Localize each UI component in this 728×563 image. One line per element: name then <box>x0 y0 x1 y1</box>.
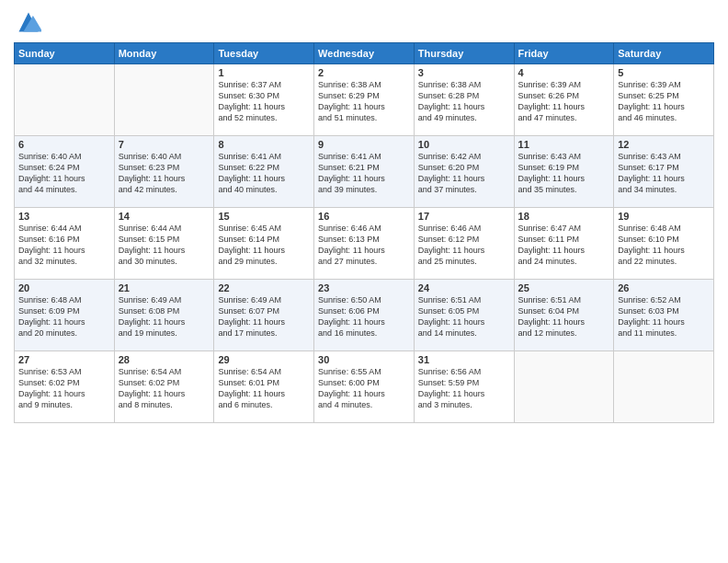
day-info: Sunrise: 6:49 AM Sunset: 6:07 PM Dayligh… <box>218 294 310 339</box>
day-info: Sunrise: 6:51 AM Sunset: 6:04 PM Dayligh… <box>518 294 610 339</box>
day-number: 17 <box>418 211 510 222</box>
day-header-monday: Monday <box>114 43 214 64</box>
day-number: 5 <box>618 67 710 78</box>
day-info: Sunrise: 6:38 AM Sunset: 6:28 PM Dayligh… <box>418 79 510 124</box>
calendar-cell: 31Sunrise: 6:56 AM Sunset: 5:59 PM Dayli… <box>414 351 514 423</box>
day-info: Sunrise: 6:53 AM Sunset: 6:02 PM Dayligh… <box>18 366 110 411</box>
day-number: 27 <box>18 354 110 365</box>
calendar-cell: 30Sunrise: 6:55 AM Sunset: 6:00 PM Dayli… <box>314 351 415 423</box>
day-number: 30 <box>318 354 410 365</box>
calendar-cell <box>614 351 714 423</box>
day-number: 10 <box>418 139 510 150</box>
day-info: Sunrise: 6:41 AM Sunset: 6:21 PM Dayligh… <box>318 151 410 196</box>
header <box>14 9 714 35</box>
day-info: Sunrise: 6:38 AM Sunset: 6:29 PM Dayligh… <box>318 79 410 124</box>
day-info: Sunrise: 6:47 AM Sunset: 6:11 PM Dayligh… <box>518 223 610 268</box>
day-number: 21 <box>119 282 210 293</box>
calendar-cell: 13Sunrise: 6:44 AM Sunset: 6:16 PM Dayli… <box>15 208 115 280</box>
day-info: Sunrise: 6:40 AM Sunset: 6:24 PM Dayligh… <box>18 151 110 196</box>
calendar-cell: 15Sunrise: 6:45 AM Sunset: 6:14 PM Dayli… <box>214 208 314 280</box>
day-info: Sunrise: 6:50 AM Sunset: 6:06 PM Dayligh… <box>318 294 410 339</box>
day-info: Sunrise: 6:41 AM Sunset: 6:22 PM Dayligh… <box>218 151 310 196</box>
day-info: Sunrise: 6:39 AM Sunset: 6:26 PM Dayligh… <box>518 79 610 124</box>
calendar-cell: 14Sunrise: 6:44 AM Sunset: 6:15 PM Dayli… <box>114 208 214 280</box>
calendar-header-row: SundayMondayTuesdayWednesdayThursdayFrid… <box>15 43 714 64</box>
day-info: Sunrise: 6:43 AM Sunset: 6:17 PM Dayligh… <box>618 151 710 196</box>
calendar-cell: 26Sunrise: 6:52 AM Sunset: 6:03 PM Dayli… <box>614 280 714 351</box>
day-number: 26 <box>618 282 710 293</box>
calendar-week-3: 13Sunrise: 6:44 AM Sunset: 6:16 PM Dayli… <box>15 208 714 280</box>
calendar-cell: 27Sunrise: 6:53 AM Sunset: 6:02 PM Dayli… <box>15 351 115 423</box>
day-info: Sunrise: 6:56 AM Sunset: 5:59 PM Dayligh… <box>418 366 510 411</box>
calendar-cell: 6Sunrise: 6:40 AM Sunset: 6:24 PM Daylig… <box>15 136 115 208</box>
day-info: Sunrise: 6:40 AM Sunset: 6:23 PM Dayligh… <box>119 151 210 196</box>
day-number: 25 <box>518 282 610 293</box>
day-number: 3 <box>418 67 510 78</box>
calendar-cell: 22Sunrise: 6:49 AM Sunset: 6:07 PM Dayli… <box>214 280 314 351</box>
day-info: Sunrise: 6:54 AM Sunset: 6:01 PM Dayligh… <box>218 366 310 411</box>
day-number: 9 <box>318 139 410 150</box>
calendar-cell: 7Sunrise: 6:40 AM Sunset: 6:23 PM Daylig… <box>114 136 214 208</box>
calendar-cell: 20Sunrise: 6:48 AM Sunset: 6:09 PM Dayli… <box>15 280 115 351</box>
day-number: 24 <box>418 282 510 293</box>
day-info: Sunrise: 6:49 AM Sunset: 6:08 PM Dayligh… <box>119 294 210 339</box>
calendar-cell: 24Sunrise: 6:51 AM Sunset: 6:05 PM Dayli… <box>414 280 514 351</box>
calendar-week-4: 20Sunrise: 6:48 AM Sunset: 6:09 PM Dayli… <box>15 280 714 351</box>
calendar-cell: 29Sunrise: 6:54 AM Sunset: 6:01 PM Dayli… <box>214 351 314 423</box>
day-header-thursday: Thursday <box>414 43 514 64</box>
day-number: 19 <box>618 211 710 222</box>
calendar-cell: 17Sunrise: 6:46 AM Sunset: 6:12 PM Dayli… <box>414 208 514 280</box>
calendar-cell: 18Sunrise: 6:47 AM Sunset: 6:11 PM Dayli… <box>514 208 614 280</box>
calendar-table: SundayMondayTuesdayWednesdayThursdayFrid… <box>14 42 714 423</box>
day-number: 14 <box>119 211 210 222</box>
calendar-week-1: 1Sunrise: 6:37 AM Sunset: 6:30 PM Daylig… <box>15 64 714 136</box>
logo <box>14 9 41 35</box>
calendar-cell: 11Sunrise: 6:43 AM Sunset: 6:19 PM Dayli… <box>514 136 614 208</box>
calendar-cell: 1Sunrise: 6:37 AM Sunset: 6:30 PM Daylig… <box>214 64 314 136</box>
calendar-cell: 4Sunrise: 6:39 AM Sunset: 6:26 PM Daylig… <box>514 64 614 136</box>
day-info: Sunrise: 6:46 AM Sunset: 6:13 PM Dayligh… <box>318 223 410 268</box>
day-info: Sunrise: 6:43 AM Sunset: 6:19 PM Dayligh… <box>518 151 610 196</box>
day-header-friday: Friday <box>514 43 614 64</box>
day-number: 31 <box>418 354 510 365</box>
day-number: 22 <box>218 282 310 293</box>
day-number: 8 <box>218 139 310 150</box>
day-info: Sunrise: 6:51 AM Sunset: 6:05 PM Dayligh… <box>418 294 510 339</box>
day-number: 7 <box>119 139 210 150</box>
day-info: Sunrise: 6:44 AM Sunset: 6:15 PM Dayligh… <box>119 223 210 268</box>
calendar-cell <box>514 351 614 423</box>
day-info: Sunrise: 6:48 AM Sunset: 6:09 PM Dayligh… <box>18 294 110 339</box>
day-info: Sunrise: 6:44 AM Sunset: 6:16 PM Dayligh… <box>18 223 110 268</box>
day-info: Sunrise: 6:48 AM Sunset: 6:10 PM Dayligh… <box>618 223 710 268</box>
calendar-cell: 28Sunrise: 6:54 AM Sunset: 6:02 PM Dayli… <box>114 351 214 423</box>
calendar-cell: 2Sunrise: 6:38 AM Sunset: 6:29 PM Daylig… <box>314 64 415 136</box>
day-number: 4 <box>518 67 610 78</box>
day-number: 12 <box>618 139 710 150</box>
calendar-cell: 8Sunrise: 6:41 AM Sunset: 6:22 PM Daylig… <box>214 136 314 208</box>
day-number: 6 <box>18 139 110 150</box>
day-number: 2 <box>318 67 410 78</box>
day-number: 11 <box>518 139 610 150</box>
day-number: 16 <box>318 211 410 222</box>
day-number: 1 <box>218 67 310 78</box>
day-header-sunday: Sunday <box>15 43 115 64</box>
day-header-saturday: Saturday <box>614 43 714 64</box>
day-number: 20 <box>18 282 110 293</box>
calendar-cell: 5Sunrise: 6:39 AM Sunset: 6:25 PM Daylig… <box>614 64 714 136</box>
day-info: Sunrise: 6:42 AM Sunset: 6:20 PM Dayligh… <box>418 151 510 196</box>
day-header-wednesday: Wednesday <box>314 43 415 64</box>
day-number: 23 <box>318 282 410 293</box>
logo-icon <box>16 9 41 35</box>
day-info: Sunrise: 6:37 AM Sunset: 6:30 PM Dayligh… <box>218 79 310 124</box>
day-number: 13 <box>18 211 110 222</box>
day-number: 28 <box>119 354 210 365</box>
calendar-cell: 19Sunrise: 6:48 AM Sunset: 6:10 PM Dayli… <box>614 208 714 280</box>
day-number: 18 <box>518 211 610 222</box>
calendar-cell: 25Sunrise: 6:51 AM Sunset: 6:04 PM Dayli… <box>514 280 614 351</box>
calendar-cell <box>15 64 115 136</box>
day-number: 29 <box>218 354 310 365</box>
page: SundayMondayTuesdayWednesdayThursdayFrid… <box>0 0 728 563</box>
calendar-cell: 12Sunrise: 6:43 AM Sunset: 6:17 PM Dayli… <box>614 136 714 208</box>
calendar-cell: 9Sunrise: 6:41 AM Sunset: 6:21 PM Daylig… <box>314 136 415 208</box>
calendar-week-2: 6Sunrise: 6:40 AM Sunset: 6:24 PM Daylig… <box>15 136 714 208</box>
